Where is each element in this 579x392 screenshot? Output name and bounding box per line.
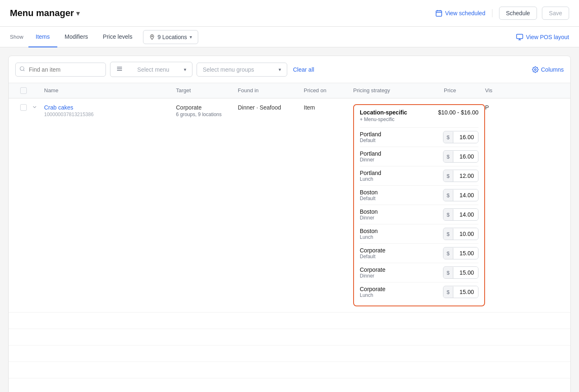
main-content: Select menu ▾ Select menu groups ▾ Clear… <box>8 56 571 392</box>
pricing-location-row: Corporate Default $ 15.00 <box>360 243 478 263</box>
row-vis: P <box>485 104 510 111</box>
price-value[interactable]: 16.00 <box>453 131 478 143</box>
pricing-location-name: Corporate <box>360 266 385 273</box>
view-pos-button[interactable]: View POS layout <box>516 33 569 41</box>
price-value[interactable]: 14.00 <box>453 209 478 220</box>
price-input-wrap[interactable]: $ 15.00 <box>443 247 478 259</box>
pricing-location-info: Portland Dinner <box>360 150 381 163</box>
monitor-icon <box>516 33 523 41</box>
pricing-location-type: Default <box>360 254 385 259</box>
pricing-location-info: Boston Lunch <box>360 228 378 240</box>
header-target: Target <box>176 87 238 94</box>
tab-modifiers[interactable]: Modifiers <box>57 27 96 47</box>
pricing-location-type: Dinner <box>360 215 378 221</box>
pricing-main-row: Location-specific + Menu-specific $10.00… <box>360 109 478 122</box>
price-currency-symbol: $ <box>443 190 453 201</box>
item-name-link[interactable]: Crab cakes <box>44 104 73 111</box>
target-sub: 6 groups, 9 locations <box>176 112 238 117</box>
price-currency-symbol: $ <box>443 132 453 143</box>
empty-row-4 <box>9 362 570 378</box>
row-target-cell: Corporate 6 groups, 9 locations <box>176 104 238 117</box>
pricing-location-type: Dinner <box>360 157 381 163</box>
header-actions: View scheduled Schedule Save <box>435 7 569 20</box>
locations-dropdown[interactable]: 9 Locations ▾ <box>143 30 198 44</box>
pricing-highlighted-box: Location-specific + Menu-specific $10.00… <box>353 104 485 306</box>
price-input-wrap[interactable]: $ 14.00 <box>443 189 478 201</box>
pricing-location-info: Corporate Default <box>360 247 385 259</box>
price-value[interactable]: 10.00 <box>453 228 478 240</box>
pricing-location-type: Default <box>360 138 381 143</box>
pricing-location-info: Portland Default <box>360 131 381 143</box>
pricing-location-name: Portland <box>360 150 381 157</box>
row-expand-icon[interactable] <box>32 104 44 110</box>
pricing-location-name: Portland <box>360 131 381 138</box>
locations-label: 9 Locations <box>157 34 187 40</box>
svg-point-8 <box>20 67 24 70</box>
svg-rect-0 <box>436 11 442 16</box>
item-id: 100000037813215386 <box>44 112 176 117</box>
pricing-location-info: Corporate Lunch <box>360 286 385 298</box>
price-input-wrap[interactable]: $ 10.00 <box>443 228 478 240</box>
price-input-wrap[interactable]: $ 15.00 <box>443 266 478 279</box>
price-value[interactable]: 15.00 <box>453 247 478 259</box>
search-icon <box>19 66 25 73</box>
tab-items[interactable]: Items <box>28 27 57 47</box>
price-value[interactable]: 15.00 <box>453 267 478 278</box>
toolbar: Show Items Modifiers Price levels 9 Loca… <box>0 27 579 47</box>
pricing-location-info: Boston Default <box>360 189 378 201</box>
pricing-sub-label: + Menu-specific <box>360 117 407 122</box>
price-input-wrap[interactable]: $ 12.00 <box>443 170 478 182</box>
header-price: Price <box>444 87 485 94</box>
menu-icon <box>116 65 123 73</box>
pricing-location-row: Boston Default $ 14.00 <box>360 185 478 205</box>
pricing-location-row: Corporate Lunch $ 15.00 <box>360 282 478 301</box>
select-menu-groups-dropdown[interactable]: Select menu groups ▾ <box>197 63 287 77</box>
pricing-location-row: Boston Lunch $ 10.00 <box>360 224 478 243</box>
pricing-location-type: Lunch <box>360 292 385 298</box>
row-checkbox-cell[interactable] <box>15 104 32 111</box>
pricing-location-name: Boston <box>360 208 378 215</box>
app-header: Menu manager ▾ View scheduled Schedule S… <box>0 0 579 27</box>
pricing-location-row: Corporate Dinner $ 15.00 <box>360 263 478 282</box>
pricing-location-info: Boston Dinner <box>360 208 378 221</box>
clear-all-button[interactable]: Clear all <box>293 66 314 73</box>
pricing-range: $10.00 - $16.00 <box>438 109 478 116</box>
select-all-checkbox[interactable] <box>20 87 27 94</box>
price-value[interactable]: 15.00 <box>453 286 478 298</box>
table-header: Name Target Found in Priced on Pricing s… <box>9 83 570 98</box>
row-name-cell: Crab cakes 100000037813215386 <box>44 104 176 117</box>
title-chevron-icon[interactable]: ▾ <box>76 9 80 17</box>
price-input-wrap[interactable]: $ 14.00 <box>443 208 478 221</box>
pricing-location-name: Portland <box>360 170 381 176</box>
app-title-text: Menu manager <box>10 8 74 19</box>
empty-row-1 <box>9 313 570 329</box>
app-title-group: Menu manager ▾ <box>10 8 80 19</box>
price-currency-symbol: $ <box>443 287 453 298</box>
price-value[interactable]: 16.00 <box>453 151 478 162</box>
header-checkbox-cell[interactable] <box>15 87 32 94</box>
price-input-wrap[interactable]: $ 16.00 <box>443 150 478 163</box>
price-input-wrap[interactable]: $ 16.00 <box>443 131 478 143</box>
header-name: Name <box>44 87 176 94</box>
tab-price-levels[interactable]: Price levels <box>96 27 140 47</box>
pricing-strategy-info: Location-specific + Menu-specific <box>360 109 407 122</box>
price-currency-symbol: $ <box>443 229 453 240</box>
price-currency-symbol: $ <box>443 267 453 278</box>
pricing-location-name: Boston <box>360 189 378 196</box>
pricing-location-type: Dinner <box>360 273 385 279</box>
price-input-wrap[interactable]: $ 15.00 <box>443 286 478 298</box>
price-value[interactable]: 12.00 <box>453 170 478 182</box>
view-scheduled-button[interactable]: View scheduled <box>435 9 485 17</box>
search-input[interactable] <box>15 63 106 77</box>
price-value[interactable]: 14.00 <box>453 189 478 201</box>
pin-icon <box>149 34 155 40</box>
target-name: Corporate <box>176 104 238 111</box>
header-found-in: Found in <box>238 87 304 94</box>
row-checkbox[interactable] <box>20 104 27 111</box>
select-menu-dropdown[interactable]: Select menu ▾ <box>110 62 192 77</box>
schedule-button[interactable]: Schedule <box>499 7 537 20</box>
columns-button[interactable]: Columns <box>532 66 564 73</box>
save-button[interactable]: Save <box>542 7 569 20</box>
table-row: Crab cakes 100000037813215386 Corporate … <box>9 98 570 313</box>
price-currency-symbol: $ <box>443 170 453 182</box>
